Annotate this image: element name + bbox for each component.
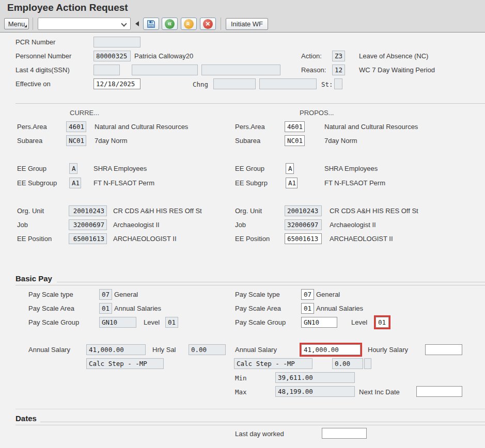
proposed-ee-subgroup-field[interactable]: A1 xyxy=(286,178,298,188)
collapse-left-arrow-icon[interactable] xyxy=(135,21,139,26)
toolbar-divider xyxy=(33,18,33,30)
ssn-field-1 xyxy=(93,65,120,75)
exit-button[interactable] xyxy=(181,18,197,30)
next-inc-date-field[interactable] xyxy=(416,386,462,397)
proposed-pers-area-label: Pers.Area xyxy=(235,123,265,131)
command-combobox[interactable] xyxy=(38,18,131,30)
back-button[interactable] xyxy=(162,18,178,30)
next-inc-date-label: Next Inc Date xyxy=(359,388,400,396)
proposed-pay-scale-group-field[interactable]: GN10 xyxy=(301,317,337,328)
proposed-ee-position-field[interactable]: 65001613 xyxy=(285,233,322,244)
proposed-calc-step-unit-field xyxy=(364,358,371,369)
menu-button[interactable]: Menu xyxy=(4,18,29,29)
proposed-ee-position-label: EE Position xyxy=(235,235,270,243)
proposed-calc-step-field: Calc Step - -MP xyxy=(234,358,312,369)
proposed-job-label: Job xyxy=(235,221,246,229)
chng-field-1 xyxy=(213,78,256,89)
current-pay-scale-area-text: Annual Salaries xyxy=(114,305,161,312)
dates-heading: Dates xyxy=(15,414,37,423)
titlebar: Employee Action Request Menu xyxy=(0,0,485,33)
min-salary-field: 39,611.00 xyxy=(275,372,355,383)
current-pay-scale-area-label: Pay Scale Area xyxy=(28,305,74,312)
proposed-ee-subgroup-text: FT N-FLSAOT Perm xyxy=(324,179,385,187)
current-subarea-field: NC01 xyxy=(66,135,86,146)
heading-rule xyxy=(57,282,485,282)
employee-action-request-window: Employee Action Request Menu xyxy=(0,0,485,448)
current-column-header: CURRE... xyxy=(70,109,99,117)
personnel-number-field: 80000325 xyxy=(93,51,131,61)
max-salary-field: 48,199.00 xyxy=(275,386,355,397)
effective-on-label: Effective on xyxy=(15,80,51,88)
proposed-org-unit-text: CR CDS A&H HIS RES Off St xyxy=(330,207,418,215)
section-divider xyxy=(15,409,485,409)
save-icon xyxy=(146,19,156,29)
ssn-field-2 xyxy=(132,65,198,75)
proposed-pay-scale-area-text: Annual Salaries xyxy=(316,305,363,312)
current-ee-subgroup-field: A1 xyxy=(69,178,81,188)
current-level-field: 01 xyxy=(165,317,178,328)
current-pers-area-field: 4601 xyxy=(66,121,86,132)
chng-label: Chng xyxy=(193,81,208,88)
section-divider xyxy=(15,425,485,425)
action-label: Action: xyxy=(301,52,322,60)
current-ee-position-field: 65001613 xyxy=(69,233,107,244)
proposed-pay-scale-type-field[interactable]: 07 xyxy=(301,289,314,300)
current-job-label: Job xyxy=(17,221,28,229)
basic-pay-heading: Basic Pay xyxy=(15,274,52,283)
back-icon xyxy=(165,19,175,29)
heading-rule xyxy=(40,422,485,422)
personnel-number-label: Personnel Number xyxy=(15,52,71,60)
proposed-pay-scale-area-field[interactable]: 01 xyxy=(301,303,314,314)
proposed-hourly-salary-field[interactable] xyxy=(425,344,462,355)
proposed-annual-salary-label: Annual Salary xyxy=(235,346,277,354)
proposed-subarea-label: Subarea xyxy=(235,137,260,145)
st-label: St: xyxy=(321,81,333,88)
min-label: Min xyxy=(235,374,247,382)
current-ee-group-text: SHRA Employees xyxy=(93,165,147,172)
effective-on-field[interactable]: 12/18/2025 xyxy=(93,78,140,89)
proposed-job-text: Archaeologist II xyxy=(330,221,376,229)
save-button[interactable] xyxy=(143,18,159,30)
personnel-name-text: Patricia Calloway20 xyxy=(134,52,193,60)
initiate-wf-button[interactable]: Initiate WF xyxy=(226,18,268,30)
proposed-pers-area-field[interactable]: 4601 xyxy=(285,121,305,132)
current-org-unit-field: 20010243 xyxy=(69,205,107,216)
proposed-column-header: PROPOS... xyxy=(300,109,334,117)
proposed-pay-scale-type-text: General xyxy=(316,291,340,298)
proposed-subarea-field[interactable]: NC01 xyxy=(285,135,305,146)
last-day-worked-field[interactable] xyxy=(322,428,367,439)
proposed-level-field-highlighted[interactable]: 01 xyxy=(376,317,389,328)
current-ee-position-text: ARCHAEOLOGIST II xyxy=(113,235,177,243)
current-pay-scale-type-field: 07 xyxy=(99,289,112,300)
proposed-org-unit-field: 20010243 xyxy=(285,205,322,216)
section-divider xyxy=(15,285,485,285)
proposed-annual-salary-field-highlighted[interactable]: 41,000.00 xyxy=(301,344,361,355)
proposed-ee-group-text: SHRA Employees xyxy=(324,165,378,172)
current-pay-scale-area-field: 01 xyxy=(99,303,112,314)
reason-code-field: 12 xyxy=(332,65,345,75)
pcr-number-field xyxy=(93,37,140,47)
current-pay-scale-group-field: GN10 xyxy=(99,317,136,328)
current-org-unit-text: CR CDS A&H HIS RES Off St xyxy=(113,207,202,215)
cancel-button[interactable] xyxy=(200,18,216,30)
proposed-level-label: Level xyxy=(351,318,367,326)
proposed-org-unit-label: Org. Unit xyxy=(235,207,262,215)
proposed-ee-position-text: ARCHAEOLOGIST II xyxy=(330,235,393,243)
reason-text: WC 7 Day Waiting Period xyxy=(359,66,435,74)
current-ee-position-label: EE Position xyxy=(17,235,52,243)
proposed-ee-group-field[interactable]: A xyxy=(286,163,294,174)
current-annual-salary-field: 41,000.00 xyxy=(86,344,146,355)
current-job-text: Archaeologist II xyxy=(113,221,160,229)
menu-dropdown-triangle-icon xyxy=(24,25,27,27)
ssn-label: Last 4 digits(SSN) xyxy=(15,66,70,74)
action-text: Leave of Absence (NC) xyxy=(359,52,428,60)
current-hourly-salary-label: Hrly Sal xyxy=(152,346,176,354)
proposed-pay-scale-group-label: Pay Scale Group xyxy=(235,318,286,326)
current-org-unit-label: Org. Unit xyxy=(17,207,44,215)
chng-field-2 xyxy=(259,78,317,89)
proposed-ee-subgroup-label: EE Subgrp xyxy=(235,179,268,187)
current-ee-group-field: A xyxy=(69,163,77,174)
action-code-field: Z3 xyxy=(332,51,345,61)
proposed-calc-step-amount-field: 0.00 xyxy=(332,358,363,369)
current-ee-subgroup-label: EE Subgroup xyxy=(17,179,57,187)
